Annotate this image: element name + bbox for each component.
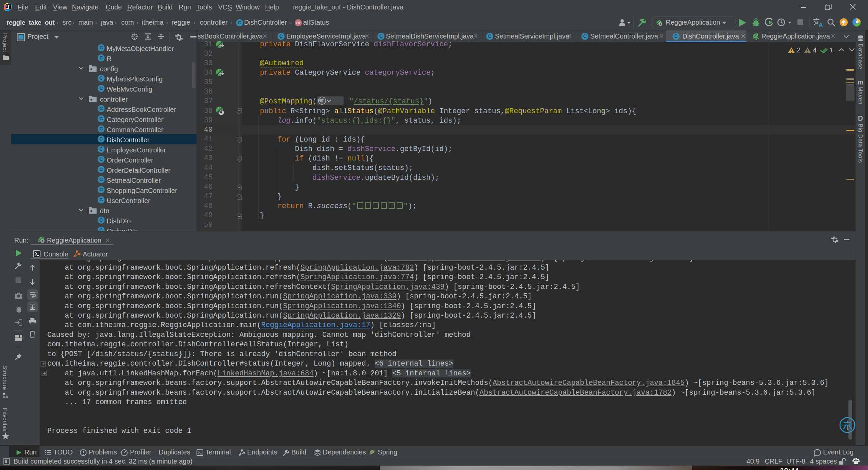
svg-text:A: A — [819, 22, 823, 27]
